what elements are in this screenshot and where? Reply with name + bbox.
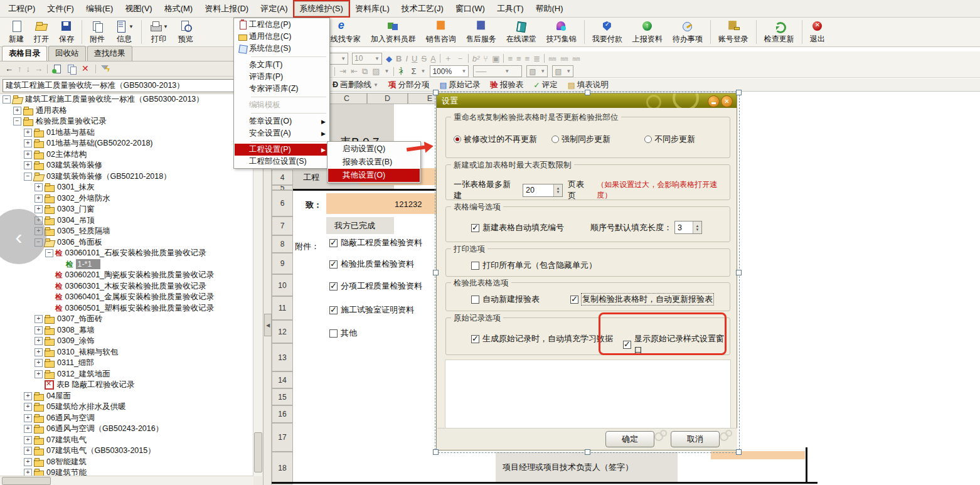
line-style-combo[interactable]: ──▼ [473,65,522,77]
toolbar-button-update[interactable]: 检查更新 [759,18,799,46]
checkbox-auto-number[interactable]: 新建表格自动填充编号 [471,222,564,233]
ruler-icon-1[interactable]: ㎜ [548,53,557,64]
menubar-item[interactable]: 工程(P) [3,1,41,16]
toolbar-button-group[interactable]: 加入资料员群 [366,18,421,46]
toolbar-button-login[interactable]: 账号登录 [713,18,754,46]
attachment-checkbox-row[interactable]: 检验批质量检验资料 [329,258,414,270]
align-left-icon[interactable]: ≡ [508,54,513,63]
ok-button[interactable]: 确定 [605,431,654,447]
tree-item[interactable]: −03建筑装饰装修（GB50210-2018） [0,171,253,183]
command-分部分项[interactable]: 项分部分项 [388,80,430,90]
superscript-icon[interactable]: b² [472,54,480,63]
expand-box[interactable]: + [35,370,43,378]
selection-handle[interactable] [433,90,439,95]
toolbar-button-folder-open[interactable]: 打开 [29,18,54,46]
expand-box[interactable]: − [45,249,53,257]
tree-item[interactable]: +0302_外墙防水 [0,193,253,205]
decrease-font-icon[interactable]: － [456,53,464,64]
command-填表说明[interactable]: ▤填表说明 [568,80,609,90]
row-header-15[interactable]: 15 [272,388,293,405]
expand-box[interactable]: − [3,95,11,104]
menu-item[interactable]: 条文库(T) [235,59,329,71]
checkbox[interactable] [329,306,338,314]
menubar-item[interactable]: 格式(M) [159,1,199,16]
menubar-item[interactable]: 帮助(H) [530,1,568,16]
tree-item[interactable]: +通用表格 [0,105,253,117]
menu-item[interactable]: 通用信息(C) [235,31,329,43]
collapse-panel-button[interactable]: ◀ [264,314,272,336]
fill-color-combo[interactable]: ▧▼ [552,65,573,77]
row-header-10[interactable]: 10 [272,274,293,296]
expand-box[interactable]: + [35,337,43,345]
row6-value[interactable]: 121232 [395,200,422,209]
expand-box[interactable]: + [24,129,32,137]
row7-text[interactable]: 我方已完成 [334,220,375,232]
menubar-item[interactable]: 资料库(L) [349,1,395,16]
tree-item[interactable]: +0303_门窗 [0,204,253,215]
menu-item[interactable]: 工程信息(P) [235,19,329,31]
nav-right-arrow[interactable]: → [35,64,43,73]
dropdown-arrow-icon[interactable]: ▼ [163,24,168,29]
attachment-checkbox-row[interactable]: 其他 [329,328,357,339]
filter-icon[interactable] [100,64,110,74]
row6-label[interactable]: 致： [306,200,322,211]
tree-item[interactable]: +02主体结构 [0,149,253,161]
submenu-item[interactable]: 其他设置(O) [328,169,420,182]
nav-up-arrow[interactable]: ↑ [18,64,22,73]
bold-icon[interactable]: B [396,54,402,63]
menubar-item[interactable]: 文件(F) [41,1,80,16]
tree-item[interactable]: −检验批质量验收记录 [0,116,253,127]
selection-handle[interactable] [736,270,742,275]
row-header-7[interactable]: 7 [272,216,293,235]
tree-item[interactable]: +检03060401_金属板安装检验批质量验收记录 [0,292,253,303]
command-原始记录[interactable]: ▤原始记录 [440,80,481,90]
wrap-icon[interactable]: ⑂ [483,54,488,63]
attachment-checkbox-row[interactable]: 分项工程质量检验资料 [329,280,422,292]
toolbar-button-exit[interactable]: 退出 [805,18,830,46]
row-header-6[interactable]: 6 [272,190,293,216]
toolbar-button-todo[interactable]: 待办事项 [668,18,708,46]
toolbar-button-shield[interactable]: 我要付款 [587,18,627,46]
expand-box[interactable]: − [24,173,32,181]
expand-box[interactable]: + [35,315,43,323]
fill-icon[interactable]: ⧉ [362,67,368,77]
checkbox-autofill-learning[interactable]: 生成原始记录时，自动填充学习数据 [471,333,613,344]
tree-item[interactable]: +0312_建筑地面 [0,369,253,380]
toolbar-button-doc-new[interactable]: 新建 [4,18,29,46]
checkbox[interactable] [329,282,338,290]
underline-icon[interactable]: U [412,54,417,63]
align-justify-icon[interactable]: ≣ [533,54,540,63]
toolbar-button-book[interactable]: 在线课堂 [501,18,541,46]
menu-item[interactable]: 签章设置(O)▶ [235,115,329,127]
tree-item[interactable]: +06通风与空调（GB50243-2016） [0,424,253,435]
radio-force-sync[interactable]: 强制同步更新 [551,134,610,145]
checkbox-auto-new-report[interactable]: 自动新建报验表 [471,294,540,305]
menubar-item[interactable]: 系统维护(S) [294,1,349,16]
column-header-d[interactable]: D [367,93,408,104]
checkbox[interactable] [329,260,338,269]
expand-box[interactable]: + [35,348,43,356]
expand-box[interactable]: + [24,139,32,147]
expand-box[interactable]: + [24,425,32,433]
menubar-item[interactable]: 工具(T) [491,1,530,16]
align-right-icon[interactable]: ≡ [525,54,530,63]
tree-item[interactable]: +01地基与基础 [0,127,253,139]
tree-item[interactable]: +0311_细部 [0,358,253,369]
row-header-13[interactable]: 13 [272,343,293,371]
cancel-button[interactable]: 取消 [671,431,720,447]
toolbar-button-info[interactable]: ▼信息 [110,18,139,46]
align-center-icon[interactable]: ≡ [516,54,521,63]
radio-no-update-modified[interactable]: 被修改过的不再更新 [454,134,537,145]
submenu-item[interactable]: 报验表设置(B) [328,156,420,169]
dialog-title-bar[interactable]: 设置 ✕ [437,93,737,108]
tree-item[interactable]: +0301_抹灰 [0,182,253,193]
expand-box[interactable]: + [24,414,32,422]
zoom-combo[interactable]: 100%▼ [430,65,469,77]
border-combo[interactable]: ▧▼ [526,65,548,77]
close-icon[interactable]: ✕ [721,95,733,107]
menu-item[interactable]: 安全设置(A)▶ [235,127,329,139]
row-header-5[interactable]: 5 [272,185,293,190]
font-size-combo[interactable]: 10▼ [352,53,382,65]
row18-text[interactable]: 项目经理或项目技术负责人（签字） [503,462,633,473]
expand-box[interactable]: + [24,161,32,169]
